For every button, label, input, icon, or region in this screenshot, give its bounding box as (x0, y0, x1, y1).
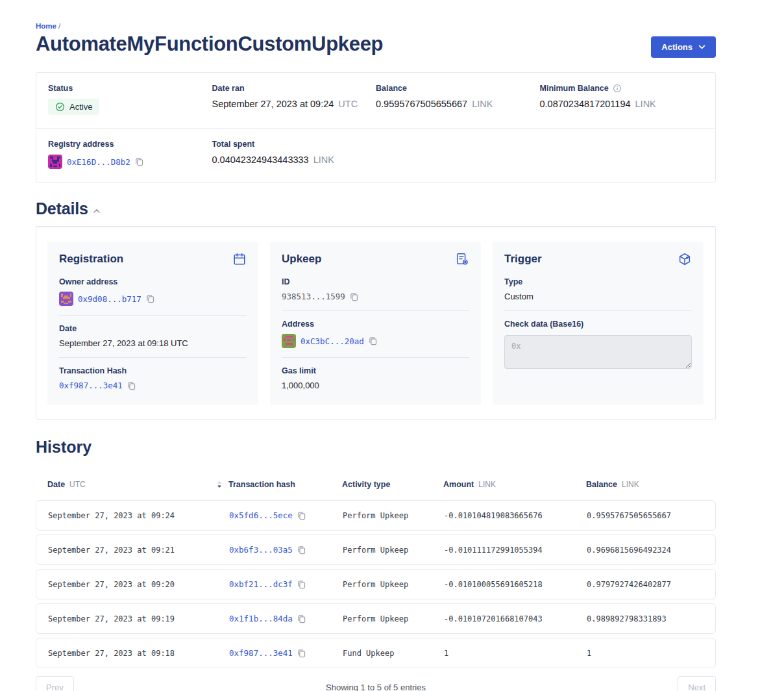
upkeep-card: Upkeep ID 938513...1599 Address (270, 242, 481, 405)
column-activity: Activity type (342, 480, 443, 489)
tx-hash-link[interactable]: 0xbf21...dc3f (229, 579, 293, 589)
copy-icon[interactable] (350, 292, 358, 301)
tx-hash-link[interactable]: 0x5fd6...5ece (229, 510, 293, 520)
column-balance-label: Balance (586, 480, 617, 489)
total-spent-value: 0.04042324943443333 (212, 155, 309, 165)
cell-balance: 0.989892798331893 (587, 614, 704, 623)
copy-icon[interactable] (135, 157, 143, 166)
details-heading: Details (36, 199, 88, 218)
min-balance-value: 0.0870234817201194 (540, 99, 631, 109)
date-ran-field: Date ran September 27, 2023 at 09:24UTC (212, 84, 376, 115)
copy-icon[interactable] (297, 649, 306, 658)
min-balance-unit: LINK (635, 99, 656, 109)
tx-hash-link[interactable]: 0xb6f3...03a5 (229, 545, 293, 555)
copy-icon[interactable] (146, 294, 154, 303)
total-spent-unit: LINK (313, 155, 334, 165)
registration-tx-link[interactable]: 0xf987...3e41 (59, 381, 123, 390)
cell-amount: -0.010107201668107043 (444, 614, 587, 623)
cell-tx: 0x1f1b...84da (229, 614, 343, 623)
details-panel: Registration Owner address 0x9d08...b717 (36, 227, 716, 420)
cell-activity: Perform Upkeep (343, 580, 444, 589)
owner-address-link[interactable]: 0x9d08...b717 (78, 294, 141, 304)
column-activity-label: Activity type (342, 480, 390, 489)
copy-icon[interactable] (369, 336, 377, 346)
column-amount-unit: LINK (478, 480, 496, 489)
column-date-label: Date (47, 480, 65, 489)
cell-date: September 27, 2023 at 09:24 (48, 511, 229, 520)
trigger-type-value: Custom (504, 292, 533, 301)
cell-date: September 27, 2023 at 09:19 (48, 614, 229, 623)
status-badge: Active (48, 99, 99, 115)
table-row: September 27, 2023 at 09:24 0x5fd6...5ec… (36, 500, 716, 531)
registration-card: Registration Owner address 0x9d08...b717 (47, 242, 258, 405)
cell-amount: -0.010111172991055394 (444, 546, 587, 555)
collapse-caret-icon[interactable] (93, 209, 100, 213)
pagination-status: Showing 1 to 5 of 5 entries (326, 683, 426, 691)
owner-address-label: Owner address (59, 277, 247, 286)
cell-amount: 1 (444, 649, 587, 658)
prev-button[interactable]: Prev (36, 676, 74, 691)
cell-activity: Perform Upkeep (343, 546, 444, 555)
check-circle-icon (55, 102, 65, 112)
cell-activity: Perform Upkeep (343, 511, 444, 520)
tx-hash-link[interactable]: 0x1f1b...84da (229, 614, 293, 623)
cell-tx: 0xf987...3e41 (229, 648, 343, 658)
gas-limit-label: Gas limit (282, 366, 469, 375)
table-row: September 27, 2023 at 09:18 0xf987...3e4… (36, 638, 716, 668)
min-balance-field: Minimum Balance 0.0870234817201194LINK (540, 84, 704, 115)
date-ran-unit: UTC (338, 99, 358, 109)
column-date[interactable]: Date UTC (47, 480, 228, 489)
history-table-body: September 27, 2023 at 09:24 0x5fd6...5ec… (36, 500, 716, 668)
sort-icon[interactable] (217, 481, 222, 488)
breadcrumb: Home/ (36, 0, 716, 30)
registry-field: Registry address 0xE16D...D8b2 (48, 140, 212, 169)
history-table-header: Date UTC Transaction hash Activity type … (36, 480, 716, 489)
registry-address-link[interactable]: 0xE16D...D8b2 (67, 157, 130, 167)
copy-icon[interactable] (297, 546, 306, 555)
date-ran-value: September 27, 2023 at 09:24 (212, 99, 334, 109)
cell-balance: 0.9797927426402877 (587, 580, 704, 589)
cell-amount: -0.010100055691605218 (444, 580, 587, 589)
trigger-type-field: Type Custom (504, 269, 692, 310)
column-balance-unit: LINK (622, 480, 639, 489)
owner-identicon (59, 292, 73, 306)
chevron-down-icon (698, 45, 705, 49)
cell-date: September 27, 2023 at 09:20 (48, 580, 229, 589)
check-data-field: Check data (Base16) (504, 310, 692, 381)
breadcrumb-separator: / (58, 22, 60, 30)
document-gear-icon (455, 252, 469, 266)
check-data-input[interactable] (504, 335, 692, 369)
tx-hash-link[interactable]: 0xf987...3e41 (229, 648, 293, 658)
table-row: September 27, 2023 at 09:19 0x1f1b...84d… (36, 603, 716, 634)
actions-button[interactable]: Actions (651, 36, 716, 58)
cell-amount: -0.010104819083665676 (444, 511, 587, 520)
balance-value: 0.9595767505655667 (376, 99, 467, 109)
column-date-unit: UTC (69, 480, 86, 489)
copy-icon[interactable] (297, 580, 306, 589)
cell-tx: 0x5fd6...5ece (229, 510, 343, 520)
registration-tx-field: Transaction Hash 0xf987...3e41 (59, 357, 247, 393)
actions-button-label: Actions (661, 42, 692, 52)
breadcrumb-home-link[interactable]: Home (36, 22, 56, 30)
owner-address-field: Owner address 0x9d08...b717 (59, 269, 247, 315)
total-spent-field: Total spent 0.04042324943443333LINK (212, 140, 376, 169)
copy-icon[interactable] (127, 381, 136, 390)
info-icon[interactable] (613, 84, 622, 93)
balance-field: Balance 0.9595767505655667LINK (376, 84, 540, 115)
registration-title: Registration (59, 253, 123, 266)
upkeep-title: Upkeep (282, 253, 321, 266)
column-amount-label: Amount (443, 480, 474, 489)
upkeep-id-label: ID (282, 277, 469, 286)
column-tx: Transaction hash (228, 480, 342, 489)
total-spent-label: Total spent (212, 140, 376, 149)
cell-tx: 0xbf21...dc3f (229, 579, 343, 589)
next-button[interactable]: Next (678, 676, 716, 691)
upkeep-address-link[interactable]: 0xC3bC...20ad (300, 336, 364, 346)
status-field: Status Active (48, 84, 212, 115)
min-balance-label: Minimum Balance (540, 84, 609, 93)
upkeep-address-field: Address 0xC3bC...20ad (282, 310, 469, 357)
copy-icon[interactable] (297, 614, 306, 623)
page-title: AutomateMyFunctionCustomUpkeep (36, 32, 383, 56)
copy-icon[interactable] (297, 511, 306, 520)
column-tx-label: Transaction hash (228, 480, 295, 489)
